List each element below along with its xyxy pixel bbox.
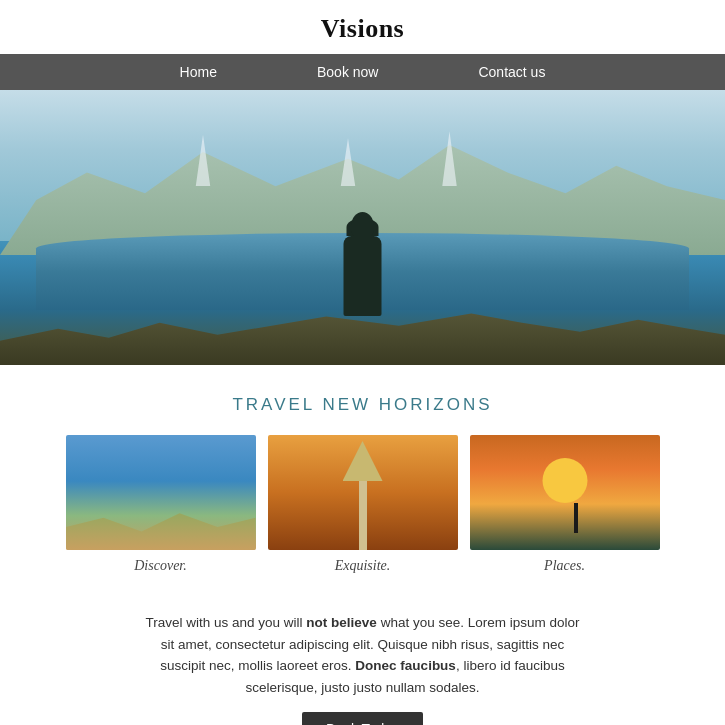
hero-scene [0, 90, 725, 365]
hero-figure [335, 206, 390, 316]
photo-dubai-thumb [268, 435, 458, 550]
body-text-start: Travel with us and you will [146, 615, 307, 630]
photo-coastal-thumb [66, 435, 256, 550]
photo-sunset-thumb [470, 435, 660, 550]
body-text: Travel with us and you will not believe … [123, 612, 603, 698]
hero-image [0, 90, 725, 365]
nav-item-contact-us[interactable]: Contact us [428, 54, 595, 90]
nav-item-home[interactable]: Home [130, 54, 267, 90]
photo-label-exquisite: Exquisite. [335, 558, 391, 574]
photo-card-discover: Discover. [66, 435, 256, 574]
site-title: Visions [0, 14, 725, 44]
photo-grid: Discover. Exquisite. Places. [20, 435, 705, 582]
main-nav: Home Book now Contact us [0, 54, 725, 90]
site-header: Visions [0, 0, 725, 54]
photo-label-places: Places. [544, 558, 585, 574]
hero-figure-head [352, 212, 374, 238]
photo-label-discover: Discover. [134, 558, 187, 574]
body-text-bold2: Donec faucibus [355, 658, 456, 673]
photo-card-exquisite: Exquisite. [268, 435, 458, 574]
travel-heading: TRAVEL NEW HORIZONS [20, 395, 705, 415]
travel-section: TRAVEL NEW HORIZONS Discover. Exquisite.… [0, 365, 725, 592]
hero-figure-body [344, 236, 382, 316]
book-today-button[interactable]: Book Today [302, 712, 423, 725]
nav-item-book-now[interactable]: Book now [267, 54, 428, 90]
photo-card-places: Places. [470, 435, 660, 574]
body-text-bold1: not believe [306, 615, 377, 630]
cta-container: Book Today [0, 712, 725, 725]
